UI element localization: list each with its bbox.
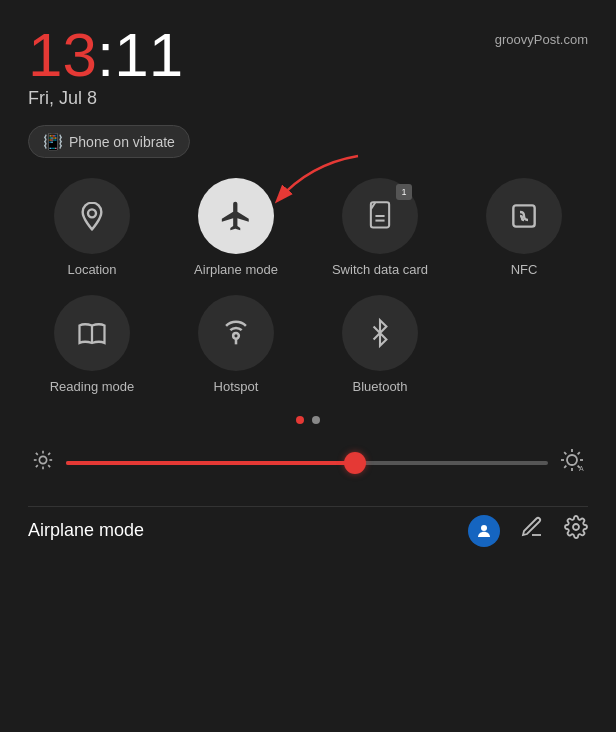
- time-minutes: 11: [114, 20, 183, 89]
- svg-point-6: [233, 333, 239, 339]
- tile-hotspot-label: Hotspot: [214, 379, 259, 396]
- svg-line-16: [48, 453, 50, 455]
- tile-switch-data[interactable]: 1 Switch data card: [316, 178, 444, 279]
- tile-hotspot[interactable]: Hotspot: [172, 295, 300, 396]
- svg-line-24: [564, 465, 566, 467]
- dot-2: [312, 416, 320, 424]
- tile-airplane-label: Airplane mode: [194, 262, 278, 279]
- tile-bluetooth-label: Bluetooth: [353, 379, 408, 396]
- tile-nfc-circle: [486, 178, 562, 254]
- time-colon: :: [97, 20, 114, 89]
- svg-point-0: [88, 209, 96, 217]
- brightness-high-icon: A: [560, 448, 584, 478]
- bottom-label: Airplane mode: [28, 520, 144, 541]
- tile-switch-data-label: Switch data card: [332, 262, 428, 279]
- tile-bluetooth[interactable]: Bluetooth: [316, 295, 444, 396]
- quick-settings-panel: 13:11 Fri, Jul 8 groovyPost.com 📳 Phone …: [0, 0, 616, 732]
- settings-icon[interactable]: [564, 515, 588, 546]
- tile-nfc-label: NFC: [511, 262, 538, 279]
- tile-empty-circle: [486, 295, 562, 371]
- tile-reading-label: Reading mode: [50, 379, 135, 396]
- slider-fill: [66, 461, 355, 465]
- tile-reading-circle: [54, 295, 130, 371]
- tile-switch-data-circle: 1: [342, 178, 418, 254]
- brightness-control[interactable]: A: [28, 448, 588, 478]
- tile-location-label: Location: [67, 262, 116, 279]
- svg-point-17: [567, 455, 577, 465]
- vibrate-badge[interactable]: 📳 Phone on vibrate: [28, 125, 190, 158]
- bottom-icons: [468, 515, 588, 547]
- time-date-block: 13:11 Fri, Jul 8: [28, 24, 183, 109]
- tile-empty: [460, 295, 588, 396]
- tiles-row1: Location Airplane mode 1 Swit: [28, 178, 588, 279]
- date-display: Fri, Jul 8: [28, 88, 183, 109]
- svg-point-27: [481, 525, 487, 531]
- time-hour: 13: [28, 20, 97, 89]
- sim-number-badge: 1: [396, 184, 412, 200]
- svg-line-20: [564, 452, 566, 454]
- svg-line-25: [578, 452, 580, 454]
- tiles-row2: Reading mode Hotspot Bluetooth: [28, 295, 588, 396]
- svg-point-8: [39, 457, 46, 464]
- header: 13:11 Fri, Jul 8 groovyPost.com: [28, 24, 588, 109]
- tile-reading[interactable]: Reading mode: [28, 295, 156, 396]
- page-dots: [28, 416, 588, 424]
- edit-icon[interactable]: [520, 515, 544, 546]
- svg-line-15: [36, 465, 38, 467]
- svg-point-28: [573, 524, 579, 530]
- svg-text:A: A: [579, 465, 584, 472]
- svg-line-12: [48, 465, 50, 467]
- slider-thumb: [344, 452, 366, 474]
- bottom-bar: Airplane mode: [28, 506, 588, 547]
- brightness-low-icon: [32, 449, 54, 476]
- vibrate-label: Phone on vibrate: [69, 134, 175, 150]
- slider-track: [66, 461, 548, 465]
- svg-line-11: [36, 453, 38, 455]
- brightness-slider[interactable]: [66, 461, 548, 465]
- vibrate-icon: 📳: [43, 132, 63, 151]
- tile-hotspot-circle: [198, 295, 274, 371]
- tile-airplane[interactable]: Airplane mode: [172, 178, 300, 279]
- tile-bluetooth-circle: [342, 295, 418, 371]
- user-icon[interactable]: [468, 515, 500, 547]
- tile-nfc[interactable]: NFC: [460, 178, 588, 279]
- tile-location-circle: [54, 178, 130, 254]
- clock-display: 13:11: [28, 24, 183, 86]
- groovy-logo: groovyPost.com: [495, 32, 588, 47]
- tile-airplane-circle: [198, 178, 274, 254]
- tile-location[interactable]: Location: [28, 178, 156, 279]
- dot-1: [296, 416, 304, 424]
